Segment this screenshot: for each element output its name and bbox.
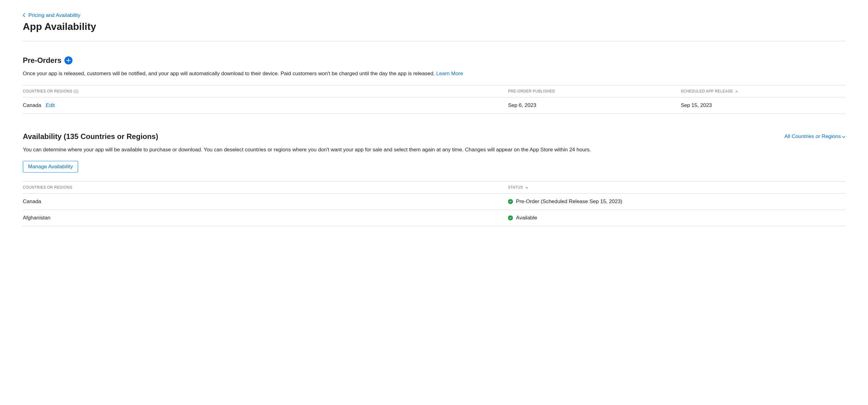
manage-availability-button[interactable]: Manage Availability <box>23 161 78 173</box>
page-title: App Availability <box>23 21 845 32</box>
preorders-description: Once your app is released, customers wil… <box>23 70 845 78</box>
divider <box>23 41 845 41</box>
country-name: Canada <box>23 102 41 108</box>
status-text: Pre-Order (Scheduled Release Sep 15, 202… <box>516 198 622 205</box>
check-icon <box>508 199 513 204</box>
column-status-label: STATUS <box>508 185 523 190</box>
table-row: Canada Edit Sep 6, 2023 Sep 15, 2023 <box>23 97 845 114</box>
release-date: Sep 15, 2023 <box>681 97 845 114</box>
check-icon <box>508 215 513 220</box>
preorders-table: COUNTRIES OR REGIONS (1) PRE-ORDER PUBLI… <box>23 85 845 114</box>
chevron-left-icon <box>23 13 25 18</box>
column-release-label: SCHEDULED APP RELEASE <box>681 89 733 93</box>
column-countries-avail: COUNTRIES OR REGIONS <box>23 182 508 193</box>
preorders-header: Pre-Orders <box>23 56 845 65</box>
availability-header: Availability (135 Countries or Regions) … <box>23 132 845 141</box>
column-status[interactable]: STATUS <box>508 182 845 193</box>
availability-table: COUNTRIES OR REGIONS STATUS Canada Pre-O… <box>23 181 845 226</box>
add-preorder-button[interactable] <box>64 56 72 64</box>
column-countries: COUNTRIES OR REGIONS (1) <box>23 85 508 97</box>
table-row: Canada Pre-Order (Scheduled Release Sep … <box>23 193 845 210</box>
availability-description: You can determine where your app will be… <box>23 146 845 154</box>
filter-label: All Countries or Regions <box>784 133 841 139</box>
published-date: Sep 6, 2023 <box>508 97 681 114</box>
breadcrumb[interactable]: Pricing and Availability <box>23 12 845 19</box>
country-name: Afghanistan <box>23 210 508 226</box>
preorders-title: Pre-Orders <box>23 56 61 65</box>
availability-title: Availability (135 Countries or Regions) <box>23 132 158 141</box>
breadcrumb-parent-link[interactable]: Pricing and Availability <box>28 12 81 19</box>
edit-link[interactable]: Edit <box>45 102 55 108</box>
preorders-description-text: Once your app is released, customers wil… <box>23 70 436 76</box>
table-row: Afghanistan Available <box>23 210 845 226</box>
filter-dropdown[interactable]: All Countries or Regions <box>784 133 845 139</box>
column-release[interactable]: SCHEDULED APP RELEASE <box>681 85 845 97</box>
country-name: Canada <box>23 193 508 210</box>
column-published: PRE-ORDER PUBLISHED <box>508 85 681 97</box>
sort-ascending-icon <box>526 186 528 189</box>
learn-more-link[interactable]: Learn More <box>436 70 463 76</box>
chevron-down-icon <box>842 133 845 139</box>
status-text: Available <box>516 215 537 221</box>
sort-ascending-icon <box>736 90 738 93</box>
